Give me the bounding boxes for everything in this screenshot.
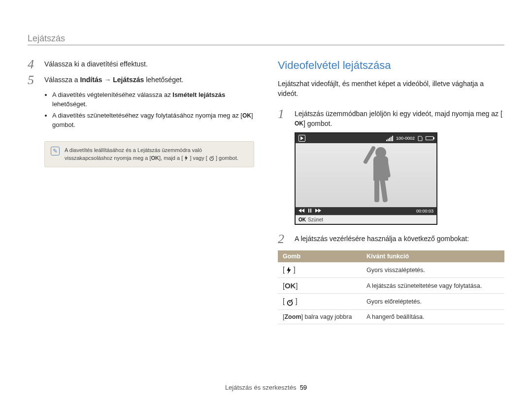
frame-counter: 100-0002 (396, 136, 415, 141)
page-number: 59 (300, 384, 307, 391)
cell-timer: [ ] (278, 294, 362, 309)
step-4-text: Válassza ki a diavetítési effektust. (44, 59, 148, 69)
note-line2c: ] vagy [ (190, 155, 207, 161)
status-text: Szünet (308, 217, 323, 222)
step5-suffix: lehetőséget. (144, 76, 183, 84)
step-number-2: 2 (278, 233, 289, 246)
bullet-2: A diavetítés szüneteltetéséhez vagy foly… (52, 111, 254, 130)
timer-icon (209, 155, 214, 161)
forward-icon (315, 209, 321, 214)
section-title: Videofelvétel lejátszása (278, 59, 504, 72)
bullet-1: A diavetítés végtelenítéséhez válassza a… (52, 91, 254, 109)
note-icon (51, 147, 60, 155)
table-row: [OK] A lejátszás szüneteltetése vagy fol… (278, 278, 504, 294)
note-box: A diavetítés leállításához és a Lejátszá… (44, 141, 254, 167)
page-header: Lejátszás (28, 33, 504, 45)
step-number-5: 5 (28, 74, 38, 87)
flash-icon (286, 267, 292, 274)
step5-prefix: Válassza a (44, 76, 80, 84)
video-frame (296, 143, 436, 207)
rewind-icon (299, 209, 304, 214)
s1b: ] gombot. (303, 120, 332, 127)
b1-suffix: lehetőséget. (52, 100, 87, 108)
step-number-1: 1 (278, 108, 289, 121)
step5-arrow: → (102, 76, 113, 84)
page-footer: Lejátszás és szerkesztés 59 (0, 384, 532, 391)
b1-bold: Ismételt lejátszás (172, 91, 225, 98)
b1-prefix: A diavetítés végtelenítéséhez válassza a… (52, 91, 172, 98)
status-ok-label: OK (299, 217, 306, 222)
b2-prefix: A diavetítés szüneteltetéséhez vagy foly… (52, 112, 242, 119)
cell-flash-text: Gyors visszaléptetés. (362, 262, 504, 278)
play-indicator-icon (299, 135, 305, 142)
cell-ok: [OK] (278, 278, 362, 294)
right-column: Videofelvétel lejátszása Lejátszhat vide… (278, 59, 504, 324)
signal-icon (386, 136, 393, 141)
note-line2d: ] gombot. (216, 155, 238, 161)
controls-table: Gomb Kívánt funkció [ ] Gyors visszalépt… (278, 250, 504, 324)
svg-point-0 (210, 157, 213, 160)
playback-time: 00:00:03 (416, 209, 433, 214)
note-line2b: ], majd a [ (159, 155, 183, 161)
battery-icon (426, 136, 433, 140)
ok-icon: OK (242, 112, 251, 120)
note-line2a: visszakapcsoláshoz nyomja meg a [ (65, 155, 151, 161)
left-column: 4 Válassza ki a diavetítési effektust. 5… (28, 59, 254, 324)
step-1-text: Lejátszás üzemmódban jelöljön ki egy vid… (295, 109, 504, 129)
flash-icon (184, 155, 188, 161)
footer-text: Lejátszás és szerkesztés (225, 384, 297, 391)
th-funkcio: Kívánt funkció (362, 250, 504, 262)
step5-bold1: Indítás (80, 76, 102, 84)
cell-zoom: [Zoom] balra vagy jobbra (278, 309, 362, 324)
video-preview: 100-0002 (295, 132, 437, 225)
timer-icon (286, 299, 294, 306)
step-number-4: 4 (28, 58, 38, 71)
table-row: [ ] Gyors előreléptetés. (278, 294, 504, 309)
step-2-text: A lejátszás vezérlésére használja a köve… (295, 234, 469, 244)
step-5-text: Válassza a Indítás → Lejátszás lehetőség… (44, 75, 184, 85)
cell-zoom-text: A hangerő beállítása. (362, 309, 504, 324)
memory-card-icon (418, 136, 423, 141)
intro-text: Lejátszhat videofájlt, és menthet képet … (278, 79, 504, 99)
cell-ok-text: A lejátszás szüneteltetése vagy folytatá… (362, 278, 504, 294)
table-row: [Zoom] balra vagy jobbra A hangerő beáll… (278, 309, 504, 324)
table-row: [ ] Gyors visszaléptetés. (278, 262, 504, 278)
note-text: A diavetítés leállításához és a Lejátszá… (65, 147, 248, 162)
pause-icon (308, 209, 311, 214)
note-ok-icon: OK (151, 155, 159, 161)
cell-flash: [ ] (278, 262, 362, 278)
note-line1: A diavetítés leállításához és a Lejátszá… (65, 147, 202, 153)
zoom-label: Zoom (284, 313, 301, 320)
ok-icon: OK (295, 120, 303, 128)
s1a: Lejátszás üzemmódban jelöljön ki egy vid… (295, 110, 502, 118)
silhouette (365, 147, 394, 206)
step5-bold2: Lejátszás (113, 76, 144, 84)
th-gomb: Gomb (278, 250, 362, 262)
cell-timer-text: Gyors előreléptetés. (362, 294, 504, 309)
zoom-rest: ] balra vagy jobbra (301, 313, 352, 320)
